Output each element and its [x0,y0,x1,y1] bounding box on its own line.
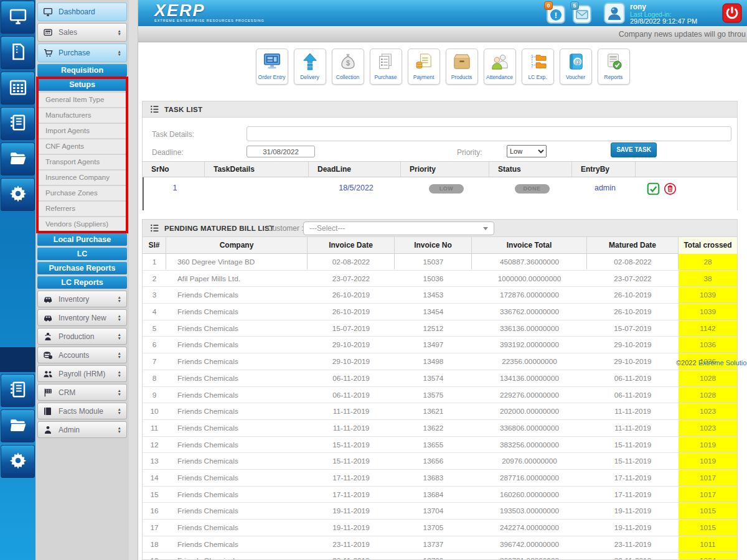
copyright-vendor-link[interactable]: Extreme Solutions. [698,359,747,366]
expand-collapse-arrows-icon: ▲▼ [118,370,121,377]
main-content: XERP EXTREME ENTERPRISE RESOURCES PROCES… [138,0,747,560]
rail-notebook-button[interactable] [1,374,35,407]
rail-monitor-button[interactable] [1,1,35,34]
delete-task-icon[interactable] [664,182,677,195]
car-icon [43,294,53,304]
logout-power-button[interactable] [722,3,742,23]
priority-select[interactable]: Low [507,145,547,157]
sidebar-item-crm[interactable]: CRM▲▼ [37,384,127,401]
sidebar-subitem-import-agents[interactable]: Import Agents [37,124,127,138]
bill-company-cell: Friends Chemicals [166,353,308,370]
sidebar-item-admin[interactable]: Admin▲▼ [37,421,127,438]
sidebar-header-lc[interactable]: LC [37,248,127,260]
toolbar-button-voucher[interactable]: @Voucher [560,49,592,85]
sidebar-subitem-insurence-company[interactable]: Insurence Company [37,170,127,185]
customer-select[interactable]: ---Select--- [303,222,494,235]
sidebar-item-inventory[interactable]: Inventory▲▼ [37,291,127,307]
sidebar-subitem-vendors-suppliers[interactable]: Vendors (Suppliers) [37,217,127,231]
task-details-label: Task Details: [152,130,194,139]
app-logo[interactable]: XERP EXTREME ENTERPRISE RESOURCES PROCES… [154,1,265,22]
task-cell: 1 [144,177,206,210]
sidebar-subitem-cnf-agents[interactable]: CNF Agents [37,139,127,154]
task-entryby-link[interactable]: admin [594,184,616,192]
bill-company-cell: Friends Chemicals [166,370,308,386]
bill-invoice-no-cell: 13704 [395,503,472,519]
user-avatar[interactable] [604,2,625,24]
toolbar-button-collection[interactable]: $Collection [332,49,364,85]
bill-table-row: 13Friends Chemicals15-11-20191365620976.… [143,453,737,470]
bill-invoice-no-cell: 13684 [395,487,472,503]
bill-table-row: 18Friends Chemicals23-11-201913737396742… [143,536,737,553]
last-login-value: 29/8/2022 9:12:47 PM [630,18,697,26]
bill-invoice-date-cell: 11-11-2019 [308,403,395,419]
task-list-panel: TASK LIST Task Details: Deadline: Priori… [142,101,738,210]
messages-icon[interactable]: 5 [573,5,591,24]
toolbar-button-reports[interactable]: Reports [598,49,630,85]
task-details-input[interactable] [247,126,731,141]
bill-sl-cell: 10 [143,403,166,419]
sidebar-subitem-general-item-type[interactable]: General Item Type [37,93,127,107]
rail-gear-button[interactable] [1,445,35,478]
worker-icon [43,332,53,342]
toolbar-button-lc-exp[interactable]: LC Exp. [522,49,554,85]
sidebar-item-label: Inventory [59,295,118,304]
bill-invoice-total-cell: 193503.00000000 [472,503,587,519]
task-deadline-link[interactable]: 18/5/2022 [339,184,374,192]
sidebar-header-local-purchase[interactable]: Local Purchase [37,233,127,246]
delivery-icon [301,53,319,73]
bill-crossed-days-cell: 38 [679,271,737,287]
sidebar-subitem-transport-agents[interactable]: Transport Agents [37,155,127,169]
task-cell [206,177,310,210]
rail-gear-button[interactable] [1,178,35,211]
sidebar-item-label: Dashboard [59,7,121,16]
bill-matured-date-cell: 23-07-2022 [587,271,679,287]
sidebar-item-purchase[interactable]: Purchase▲▼ [37,44,127,62]
sidebar-subitem-purchase-zones[interactable]: Purchase Zones [37,186,127,200]
sidebar-header-setups[interactable]: Setups [37,78,127,91]
toolbar-button-delivery[interactable]: Delivery [294,49,326,85]
deadline-date-input[interactable] [247,146,315,157]
bill-crossed-days-cell: 1017 [679,470,737,486]
sidebar-subitem-manufacturers[interactable]: Manufacturers [37,108,127,123]
task-srno-link[interactable]: 1 [173,184,177,192]
toolbar-button-payment[interactable]: Payment [408,49,440,85]
sidebar-header-lc-reports[interactable]: LC Reports [37,276,127,289]
folder-icon [9,149,27,170]
rail-folder-button[interactable] [1,142,35,175]
rail-zip-document-button[interactable] [1,36,35,69]
expand-collapse-arrows-icon: ▲▼ [118,408,121,414]
sidebar-item-label: Accounts [59,351,118,360]
bill-crossed-days-cell: 1142 [679,320,737,337]
bill-sl-cell: 15 [143,487,166,503]
sidebar-item-facts-module[interactable]: Facts Module▲▼ [37,403,127,419]
task-column-header: SrNo [143,162,205,177]
toolbar-button-purchase[interactable]: Purchase [370,49,402,85]
sidebar-item-inventory-new[interactable]: Inventory New▲▼ [37,309,127,326]
sidebar-header-purchase-reports[interactable]: Purchase Reports [37,262,127,274]
sidebar-item-accounts[interactable]: Accounts▲▼ [37,347,127,363]
mark-done-icon[interactable] [647,182,660,195]
copyright-text: ©2022 [676,359,697,366]
sidebar-item-payroll-hrm[interactable]: Payroll (HRM)▲▼ [37,365,127,382]
toolbar-button-products[interactable]: Products [446,49,478,85]
sidebar-item-production[interactable]: Production▲▼ [37,328,127,345]
bill-table-row: 4Friends Chemicals26-10-201913454336762.… [143,304,737,320]
sidebar-subitem-referrers[interactable]: Referrers [37,202,127,216]
rail-notebook-button[interactable] [1,107,35,140]
rail-divider [0,347,35,372]
news-ticker-bar: Company news updates will go throu [138,26,747,42]
sidebar-item-dashboard[interactable]: Dashboard [37,2,127,21]
save-task-button[interactable]: SAVE TASK [611,142,657,157]
toolbar-button-order-entry[interactable]: Order Entry [256,49,288,85]
sidebar-item-sales[interactable]: Sales▲▼ [37,23,127,42]
bill-invoice-date-cell: 17-11-2019 [308,470,395,486]
bill-sl-cell: 18 [143,536,166,553]
bill-sl-cell: 19 [143,553,166,560]
sidebar-header-requisition[interactable]: Requisition [37,64,127,77]
alerts-icon[interactable]: ! 0 [547,5,565,24]
rail-folder-button[interactable] [1,409,35,442]
rail-calendar-button[interactable] [1,72,35,105]
toolbar-button-attendance[interactable]: Attendance [484,49,516,85]
task-cell: admin [573,177,637,210]
bill-company-cell: Friends Chemicals [166,403,308,419]
